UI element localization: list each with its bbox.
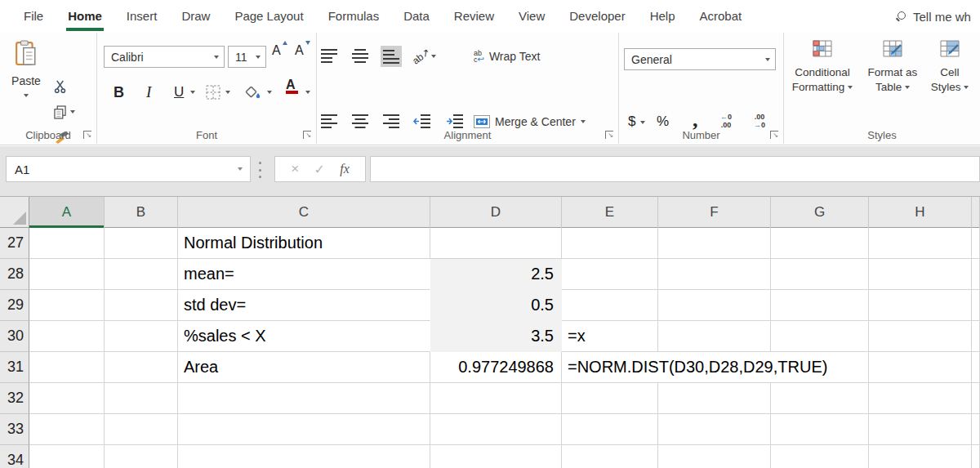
cell-a34[interactable] [29, 445, 105, 468]
cell-i32[interactable] [972, 383, 980, 414]
row-header-29[interactable]: 29 [0, 290, 29, 321]
column-header-e[interactable]: E [562, 197, 658, 228]
font-color-button[interactable]: A [286, 77, 296, 105]
cell-h34[interactable] [869, 445, 972, 468]
cell-e27[interactable] [562, 228, 658, 259]
cell-i27[interactable] [972, 228, 980, 259]
cell-d28[interactable]: 2.5 [430, 259, 562, 290]
cell-e31[interactable]: =NORM.DIST(D30,D28,D29,TRUE) [562, 352, 869, 383]
menu-tab-file[interactable]: File [11, 0, 56, 33]
name-box[interactable]: A1 [6, 156, 251, 182]
number-format-combo[interactable]: General [624, 48, 776, 70]
column-header-f[interactable]: F [658, 197, 771, 228]
cell-g33[interactable] [771, 414, 869, 445]
menu-tab-review[interactable]: Review [442, 0, 506, 33]
cell-d27[interactable] [430, 228, 562, 259]
menu-tab-help[interactable]: Help [638, 0, 688, 33]
cell-e28[interactable] [562, 259, 658, 290]
cell-b29[interactable] [105, 290, 178, 321]
cell-i30[interactable] [972, 321, 980, 352]
cell-h32[interactable] [869, 383, 972, 414]
row-header-30[interactable]: 30 [0, 321, 29, 352]
cell-e29[interactable] [562, 290, 658, 321]
menu-tab-insert[interactable]: Insert [114, 0, 170, 33]
cell-b33[interactable] [105, 414, 178, 445]
row-header-32[interactable]: 32 [0, 383, 29, 414]
column-header-h[interactable]: H [869, 197, 972, 228]
cell-c33[interactable] [178, 414, 430, 445]
cell-a33[interactable] [29, 414, 105, 445]
cell-g34[interactable] [771, 445, 869, 468]
format-as-table-button[interactable]: Format as Table [862, 39, 923, 136]
menu-tab-draw[interactable]: Draw [169, 0, 222, 33]
cell-g29[interactable] [771, 290, 869, 321]
column-header-b[interactable]: B [105, 197, 178, 228]
underline-dropdown-icon[interactable] [190, 91, 195, 94]
cell-i34[interactable] [972, 445, 980, 468]
menu-tab-developer[interactable]: Developer [557, 0, 637, 33]
cell-b28[interactable] [105, 259, 178, 290]
cell-c30[interactable]: %sales < X [178, 321, 430, 352]
orientation-button[interactable]: ab↗ [410, 46, 438, 67]
menu-tab-data[interactable]: Data [391, 0, 442, 33]
menu-tab-acrobat[interactable]: Acrobat [688, 0, 755, 33]
cell-a29[interactable] [29, 290, 105, 321]
cell-c29[interactable]: std dev= [178, 290, 430, 321]
decrease-decimal-button[interactable]: .00 →0 [754, 113, 765, 129]
decrease-font-button[interactable]: A [295, 43, 304, 58]
cell-b30[interactable] [105, 321, 178, 352]
cell-i28[interactable] [972, 259, 980, 290]
cell-i31[interactable] [972, 352, 980, 383]
cell-h28[interactable] [869, 259, 972, 290]
cell-e30[interactable]: =x [562, 321, 658, 352]
cell-f28[interactable] [658, 259, 771, 290]
insert-function-icon[interactable]: fx [340, 162, 350, 176]
bold-button[interactable]: B [114, 80, 124, 105]
cell-d30[interactable]: 3.5 [430, 321, 562, 352]
menu-tab-formulas[interactable]: Formulas [316, 0, 392, 33]
borders-button[interactable] [206, 80, 220, 105]
cell-d33[interactable] [430, 414, 562, 445]
cell-g27[interactable] [771, 228, 869, 259]
currency-button[interactable]: $ [628, 114, 635, 130]
row-header-33[interactable]: 33 [0, 414, 29, 445]
tell-me-box[interactable]: Tell me wh [896, 0, 971, 33]
formula-input[interactable] [370, 156, 980, 182]
italic-button[interactable]: I [146, 80, 151, 105]
font-color-dropdown-icon[interactable] [305, 91, 310, 94]
cell-f33[interactable] [658, 414, 771, 445]
cell-f29[interactable] [658, 290, 771, 321]
percent-button[interactable]: % [657, 114, 669, 130]
cell-styles-button[interactable]: Cell Styles [926, 39, 973, 136]
cell-h29[interactable] [869, 290, 972, 321]
column-header-d[interactable]: D [430, 197, 562, 228]
column-header-a[interactable]: A [29, 197, 105, 228]
top-align-button[interactable] [318, 46, 340, 67]
cell-e32[interactable] [562, 383, 658, 414]
cell-g32[interactable] [771, 383, 869, 414]
cell-c28[interactable]: mean= [178, 259, 430, 290]
borders-dropdown-icon[interactable] [225, 91, 230, 94]
cell-f32[interactable] [658, 383, 771, 414]
row-header-28[interactable]: 28 [0, 259, 29, 290]
cell-a27[interactable] [29, 228, 105, 259]
column-header-partial[interactable] [972, 197, 980, 228]
cell-a30[interactable] [29, 321, 105, 352]
currency-dropdown-icon[interactable] [640, 121, 645, 124]
cell-e34[interactable] [562, 445, 658, 468]
cell-h30[interactable] [869, 321, 972, 352]
cell-h33[interactable] [869, 414, 972, 445]
fill-color-button[interactable] [244, 80, 261, 105]
font-dialog-launcher[interactable]: ↘ [303, 131, 311, 139]
middle-align-button[interactable] [350, 46, 371, 67]
paste-button[interactable]: Paste [5, 39, 47, 129]
bottom-align-button[interactable] [381, 46, 402, 67]
menu-tab-page-layout[interactable]: Page Layout [222, 0, 315, 33]
column-header-c[interactable]: C [178, 197, 430, 228]
cell-a31[interactable] [29, 352, 105, 383]
conditional-formatting-button[interactable]: Conditional Formatting [786, 39, 859, 136]
cell-b27[interactable] [105, 228, 178, 259]
cancel-icon[interactable]: × [291, 161, 299, 177]
cell-c27[interactable]: Normal Distribution [178, 228, 430, 259]
row-header-27[interactable]: 27 [0, 228, 29, 259]
